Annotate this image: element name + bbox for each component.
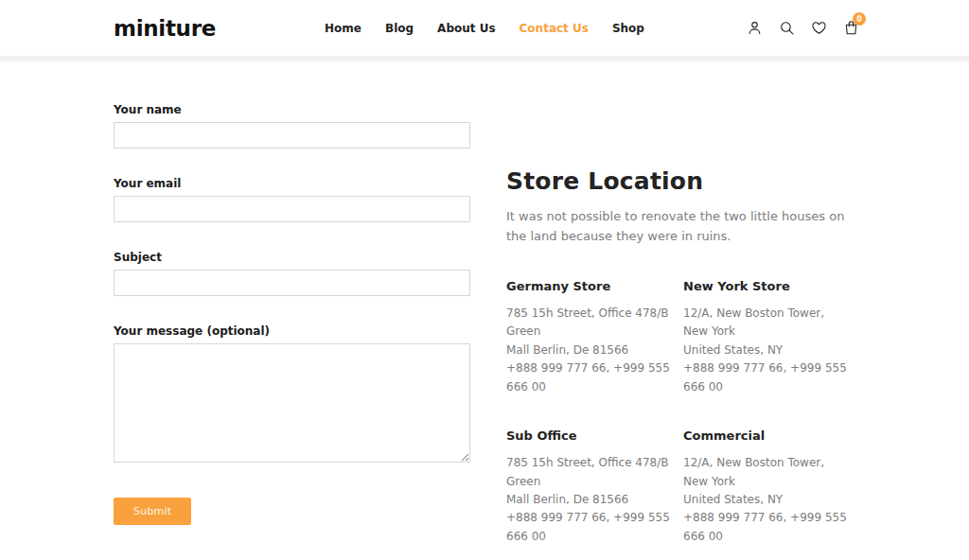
location-germany-store: Germany Store 785 15h Street, Office 478… <box>506 279 683 396</box>
location-address-line2: Mall Berlin, De 81566 <box>506 491 683 509</box>
location-sub-office: Sub Office 785 15h Street, Office 478/B … <box>506 429 683 546</box>
main-content: Your name Your email Subject Your messag… <box>0 61 969 546</box>
search-icon[interactable] <box>775 16 799 40</box>
location-address-line1: 785 15h Street, Office 478/B Green <box>506 305 683 341</box>
location-phone: +888 999 777 66, +999 555 666 00 <box>506 509 683 546</box>
cart-bag-icon[interactable]: 0 <box>839 16 863 40</box>
store-location-section: Store Location It was not possible to re… <box>506 167 863 546</box>
store-location-title: Store Location <box>506 167 863 195</box>
location-commercial: Commercial 12/A, New Boston Tower, New Y… <box>683 429 860 546</box>
name-field-group: Your name <box>114 103 470 149</box>
location-name: Sub Office <box>506 429 683 443</box>
email-input[interactable] <box>114 196 470 222</box>
location-address-line2: Mall Berlin, De 81566 <box>506 341 683 359</box>
logo[interactable]: miniture <box>114 16 216 41</box>
subject-field-group: Subject <box>114 251 470 296</box>
location-phone: +888 999 777 66, +999 555 666 00 <box>506 359 683 396</box>
wishlist-heart-icon[interactable] <box>807 16 831 40</box>
message-label: Your message (optional) <box>114 324 470 338</box>
location-name: Commercial <box>683 429 860 443</box>
account-icon[interactable] <box>743 16 766 40</box>
nav-shop[interactable]: Shop <box>612 22 644 35</box>
name-input[interactable] <box>114 122 470 149</box>
nav-home[interactable]: Home <box>325 22 361 35</box>
nav-contact-us[interactable]: Contact Us <box>520 22 589 35</box>
location-new-york-store: New York Store 12/A, New Boston Tower, N… <box>683 279 860 396</box>
message-textarea[interactable] <box>114 343 470 463</box>
location-address-line2: United States, NY <box>683 341 860 359</box>
contact-form: Your name Your email Subject Your messag… <box>114 103 470 525</box>
store-locations-grid: Germany Store 785 15h Street, Office 478… <box>506 279 863 546</box>
location-name: New York Store <box>683 279 860 293</box>
location-name: Germany Store <box>506 279 683 293</box>
location-address-line1: 12/A, New Boston Tower, New York <box>683 305 860 341</box>
subject-input[interactable] <box>114 270 470 296</box>
name-label: Your name <box>114 103 470 116</box>
main-nav: Home Blog About Us Contact Us Shop <box>325 0 644 56</box>
message-field-group: Your message (optional) <box>114 324 470 466</box>
location-phone: +888 999 777 66, +999 555 666 00 <box>683 509 860 546</box>
location-phone: +888 999 777 66, +999 555 666 00 <box>683 359 860 396</box>
submit-button[interactable]: Submit <box>114 498 191 525</box>
cart-count-badge: 0 <box>853 12 866 26</box>
header-icons: 0 <box>743 16 863 40</box>
location-address-line1: 785 15h Street, Office 478/B Green <box>506 454 683 491</box>
location-address-line1: 12/A, New Boston Tower, New York <box>683 454 860 491</box>
location-address-line2: United States, NY <box>683 491 860 509</box>
header: miniture Home Blog About Us Contact Us S… <box>0 0 969 56</box>
email-field-group: Your email <box>114 177 470 222</box>
nav-blog[interactable]: Blog <box>385 22 414 35</box>
email-label: Your email <box>114 177 470 190</box>
nav-about-us[interactable]: About Us <box>437 22 495 35</box>
subject-label: Subject <box>114 251 470 264</box>
store-location-description: It was not possible to renovate the two … <box>506 206 860 247</box>
